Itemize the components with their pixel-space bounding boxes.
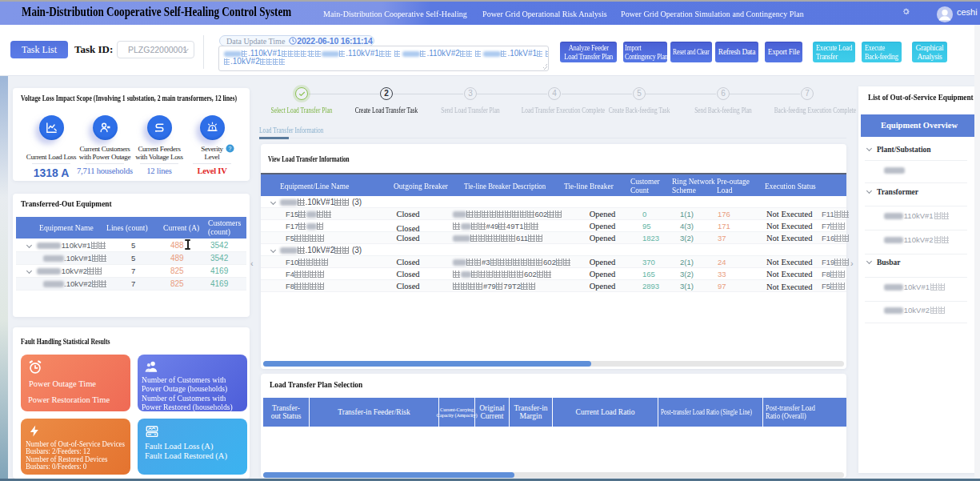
svg-text:?: ?: [229, 146, 232, 151]
